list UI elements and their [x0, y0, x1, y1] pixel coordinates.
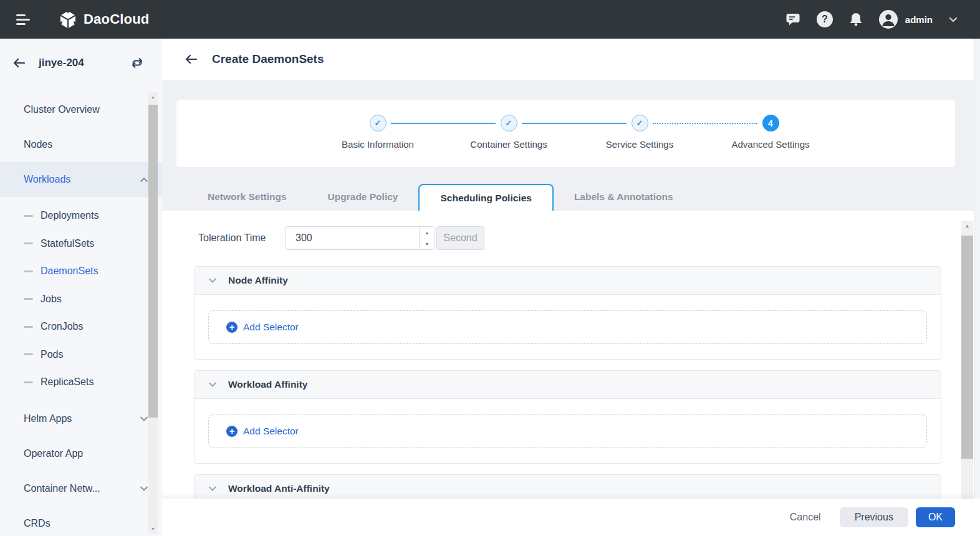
- previous-button[interactable]: Previous: [840, 507, 908, 527]
- number-spinner: ▲ ▼: [419, 227, 435, 249]
- sidebar-item-operator-app[interactable]: Operator App: [0, 436, 162, 471]
- stepper-card: ✓ Basic Information ✓ Container Settings…: [176, 100, 955, 167]
- scroll-down-icon[interactable]: ▼: [148, 524, 158, 534]
- workload-anti-affinity-panel: Workload Anti-Affinity + Add Selector: [194, 474, 941, 499]
- step-container-settings[interactable]: ✓ Container Settings: [443, 100, 574, 167]
- dash-icon: [24, 326, 33, 328]
- sidebar-item-cronjobs[interactable]: CronJobs: [0, 313, 162, 341]
- collapse-chevron-icon: [208, 382, 217, 387]
- sidebar-item-statefulsets[interactable]: StatefulSets: [0, 230, 162, 258]
- sidebar-item-nodes[interactable]: Nodes: [0, 127, 162, 162]
- menu-icon[interactable]: [16, 12, 31, 27]
- user-chevron-down-icon[interactable]: [949, 17, 958, 22]
- stepper-connector: [391, 123, 496, 124]
- sidebar-scrollbar[interactable]: ▲ ▼: [148, 92, 158, 534]
- ok-button[interactable]: OK: [916, 507, 955, 527]
- sidebar-item-daemonsets[interactable]: DaemonSets: [0, 257, 162, 285]
- workloads-submenu: Deployments StatefulSets DaemonSets Jobs…: [0, 202, 162, 396]
- switch-cluster-icon[interactable]: [131, 57, 143, 69]
- sidebar-item-pods[interactable]: Pods: [0, 341, 162, 369]
- step-advanced-settings[interactable]: 4 Advanced Settings: [705, 100, 836, 167]
- toleration-unit: Second: [436, 226, 484, 250]
- tab-scheduling-policies[interactable]: Scheduling Policies: [418, 184, 553, 212]
- daocloud-logo-icon: [59, 10, 77, 29]
- cluster-name: jinye-204: [39, 57, 84, 69]
- node-affinity-panel: Node Affinity + Add Selector: [194, 266, 941, 360]
- stepper-connector-dotted: [653, 123, 757, 124]
- cancel-button[interactable]: Cancel: [790, 512, 821, 523]
- toleration-time-row: Toleration Time ▲ ▼ Second: [198, 226, 980, 250]
- page-scrollbar[interactable]: [974, 39, 980, 499]
- message-icon[interactable]: [785, 12, 800, 26]
- tabstrip: Network Settings Upgrade Policy Scheduli…: [176, 183, 958, 212]
- sidebar-item-jobs[interactable]: Jobs: [0, 285, 162, 313]
- scheduling-policies-panel: Toleration Time ▲ ▼ Second Node Affinity: [162, 211, 980, 499]
- wizard-footer: Cancel Previous OK: [162, 499, 980, 536]
- content-scrollbar-thumb[interactable]: [961, 236, 973, 459]
- cluster-back-icon[interactable]: [12, 58, 25, 68]
- workload-affinity-header[interactable]: Workload Affinity: [195, 371, 941, 399]
- plus-icon: +: [226, 426, 238, 437]
- spinner-up-icon[interactable]: ▲: [420, 227, 435, 238]
- sidebar-item-container-network[interactable]: Container Netw...: [0, 471, 162, 506]
- step-basic-information[interactable]: ✓ Basic Information: [312, 100, 443, 167]
- chevron-down-icon: [140, 486, 148, 491]
- sidebar-item-helm-apps[interactable]: Helm Apps: [0, 401, 162, 436]
- node-affinity-header[interactable]: Node Affinity: [195, 267, 941, 295]
- sidebar-header: jinye-204: [0, 39, 162, 87]
- stepper-connector: [522, 123, 627, 124]
- dash-icon: [24, 215, 33, 217]
- dash-icon: [24, 242, 33, 244]
- spinner-down-icon[interactable]: ▼: [420, 238, 435, 249]
- dash-icon: [24, 353, 33, 355]
- brand-name: DaoCloud: [84, 11, 149, 27]
- sidebar-item-crds[interactable]: CRDs: [0, 506, 162, 536]
- chevron-up-icon: [140, 177, 148, 182]
- sidebar-item-cluster-overview[interactable]: Cluster Overview: [0, 92, 162, 127]
- collapse-chevron-icon: [208, 486, 217, 491]
- tab-upgrade-policy[interactable]: Upgrade Policy: [307, 183, 419, 211]
- step-check-icon: ✓: [370, 115, 387, 132]
- tab-network-settings[interactable]: Network Settings: [187, 183, 307, 211]
- wizard-content: ✓ Basic Information ✓ Container Settings…: [162, 80, 980, 499]
- tab-labels-annotations[interactable]: Labels & Annotations: [554, 183, 694, 211]
- username: admin: [905, 14, 933, 25]
- topbar: DaoCloud ? admin: [0, 0, 980, 39]
- toleration-time-label: Toleration Time: [198, 232, 286, 244]
- stepper: ✓ Basic Information ✓ Container Settings…: [312, 100, 836, 167]
- scroll-up-icon[interactable]: ▲: [961, 221, 973, 231]
- page-title: Create DaemonSets: [212, 52, 324, 66]
- step-number-badge: 4: [762, 115, 779, 132]
- page-back-icon[interactable]: [185, 54, 197, 64]
- sidebar-item-deployments[interactable]: Deployments: [0, 202, 162, 230]
- dash-icon: [24, 298, 33, 300]
- collapse-chevron-icon: [208, 278, 217, 283]
- plus-icon: +: [226, 322, 238, 333]
- workload-affinity-add-selector-button[interactable]: + Add Selector: [208, 414, 927, 448]
- help-icon[interactable]: ?: [817, 11, 833, 27]
- workload-anti-affinity-header[interactable]: Workload Anti-Affinity: [195, 475, 941, 499]
- content-scrollbar[interactable]: ▲ ▼: [961, 221, 973, 499]
- toleration-time-input[interactable]: [286, 226, 435, 250]
- main-area: Create DaemonSets ✓ Basic Information ✓ …: [162, 39, 980, 536]
- scroll-up-icon[interactable]: ▲: [148, 92, 158, 102]
- sidebar-item-workloads[interactable]: Workloads: [0, 162, 162, 197]
- notifications-bell-icon[interactable]: [849, 12, 863, 27]
- brand-logo[interactable]: DaoCloud: [59, 10, 149, 29]
- step-check-icon: ✓: [501, 115, 517, 132]
- node-affinity-add-selector-button[interactable]: + Add Selector: [208, 310, 927, 344]
- step-service-settings[interactable]: ✓ Service Settings: [574, 100, 705, 167]
- sidebar-item-replicasets[interactable]: ReplicaSets: [0, 368, 162, 396]
- chevron-down-icon: [140, 416, 148, 421]
- sidebar: jinye-204 Cluster Overview Nodes Workloa…: [0, 39, 162, 536]
- dash-icon: [24, 270, 33, 272]
- step-check-icon: ✓: [632, 115, 648, 132]
- dash-icon: [24, 381, 33, 383]
- user-avatar[interactable]: [879, 10, 898, 29]
- sidebar-nav: Cluster Overview Nodes Workloads Deploym…: [0, 87, 162, 536]
- page-header: Create DaemonSets: [162, 39, 980, 80]
- workload-affinity-panel: Workload Affinity + Add Selector: [194, 370, 941, 464]
- sidebar-scrollbar-thumb[interactable]: [148, 105, 158, 418]
